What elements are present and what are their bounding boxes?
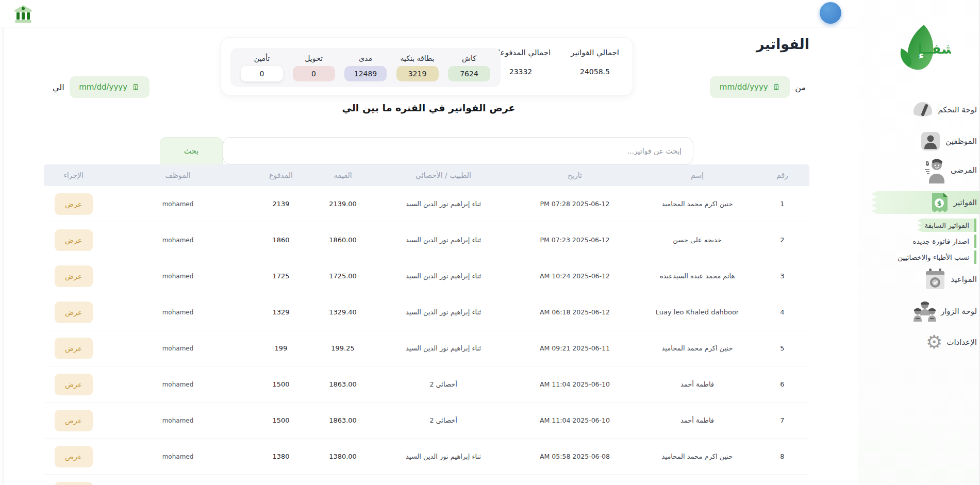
sidebar-item-label: الفواتير: [954, 198, 977, 207]
total-invoices: اجمالي الفواتير 24058.5: [564, 48, 625, 76]
sidebar: شفــا ء لوحة التحكم الموظفين المرضى: [858, 0, 980, 485]
payment-method-value: 3219: [396, 66, 439, 81]
cell-action: عرض: [44, 403, 103, 438]
gear-icon: ⚙: [926, 333, 942, 352]
payment-method-value: 0: [241, 66, 283, 81]
cell-name: حنين اكرم محمد المحاميد: [639, 439, 755, 474]
view-invoice-button[interactable]: عرض: [55, 446, 93, 467]
payment-method-2: مدى12489: [341, 54, 390, 81]
cell-doctor: ثناء إبراهيم نور الدين السيد: [376, 439, 510, 474]
sidebar-item-visitors[interactable]: لوحة الزوار: [913, 299, 977, 324]
cell-paid: 1860: [253, 222, 309, 258]
cell-name: Luay leo Khaled dahboor: [639, 294, 755, 330]
table-row: عرض: [44, 475, 809, 485]
cell-action: عرض: [44, 439, 103, 474]
cell-value: 1863.00: [309, 403, 376, 438]
search-input[interactable]: [223, 137, 693, 164]
cell-num: 6: [755, 366, 809, 402]
totals-group: اجمالي الفواتير 24058.5 اجمالي المدفوعات…: [490, 48, 625, 76]
sidebar-item-settings[interactable]: الإعدادات ⚙: [926, 330, 977, 355]
column-header: تاريخ: [510, 164, 639, 186]
cell-value: 1329.40: [309, 294, 376, 330]
cell-action: عرض: [44, 294, 103, 330]
sidebar-item-label: الموظفين: [945, 137, 977, 146]
cell-employee: mohamed: [103, 330, 253, 366]
cell-doctor: ثناء إبراهيم نور الدين السيد: [376, 258, 510, 294]
sidebar-item-patients[interactable]: المرضى: [922, 158, 977, 182]
cell-employee: mohamed: [103, 186, 253, 222]
payment-method-0: كاش7624: [445, 54, 493, 81]
view-invoice-button[interactable]: عرض: [55, 374, 93, 395]
cell-action: عرض: [44, 366, 103, 402]
view-invoice-button[interactable]: عرض: [55, 302, 93, 323]
payment-method-label: بطاقه بنكيه: [393, 54, 442, 62]
cell-doctor: ثناء إبراهيم نور الدين السيد: [376, 330, 510, 366]
employee-icon: [920, 130, 941, 152]
top-bar: [0, 0, 857, 27]
view-invoice-button[interactable]: عرض: [55, 410, 93, 431]
user-avatar[interactable]: [820, 2, 841, 24]
column-header: الموظف: [103, 164, 253, 186]
date-from-input[interactable]: mm/dd/yyyy 🗓: [710, 76, 790, 98]
search-button[interactable]: بحث: [160, 137, 223, 164]
cell-employee: [103, 475, 253, 485]
cell-num: 1: [755, 186, 809, 222]
payment-method-label: مدى: [341, 54, 390, 62]
date-from-value: mm/dd/yyyy: [720, 82, 768, 92]
cell-paid: 199: [253, 330, 309, 366]
cell-paid: 1329: [253, 294, 309, 330]
cell-doctor: أخصائي 2: [376, 403, 510, 438]
cell-value: 1380.00: [309, 439, 376, 474]
sidebar-subitem-previous-invoices[interactable]: الفواتير السابقة: [917, 219, 976, 232]
sidebar-item-label: الإعدادات: [946, 338, 977, 347]
table-row: 4Luay leo Khaled dahboorAM 06:18 2025-06…: [44, 294, 809, 330]
cell-doctor: ثناء إبراهيم نور الدين السيد: [376, 222, 510, 258]
cell-action: عرض: [44, 475, 103, 485]
sidebar-subitem-label: نسب الأطباء والاخصائيين: [898, 253, 969, 261]
sidebar-subitem-doctor-ratios[interactable]: نسب الأطباء والاخصائيين: [890, 250, 976, 264]
cell-num: 8: [755, 439, 809, 474]
sidebar-subitem-new-invoice[interactable]: اصدار فاتورة جديده: [906, 235, 976, 248]
cell-value: 2139.00: [309, 186, 376, 222]
view-invoice-button[interactable]: عرض: [55, 229, 93, 251]
calendar-icon[interactable]: 🗓: [132, 82, 140, 92]
view-invoice-button[interactable]: عرض: [55, 193, 93, 215]
payment-method-label: كاش: [445, 54, 493, 62]
svg-text:ء: ء: [919, 49, 924, 61]
cell-doctor: [376, 475, 510, 485]
period-subtitle: عرض الفواتير في الفتره ما بين الي: [0, 102, 857, 113]
cell-value: 199.25: [309, 330, 376, 366]
sidebar-item-invoices[interactable]: الفواتير $: [929, 190, 977, 215]
cell-value: 1725.00: [309, 258, 376, 294]
cell-date: PM 07:28 2025-06-12: [510, 186, 639, 222]
view-invoice-button[interactable]: عرض: [55, 482, 93, 485]
calendar-icon[interactable]: 🗓: [773, 82, 780, 92]
table-row: 2خديجه على حسنPM 07:23 2025-06-12ثناء إب…: [44, 222, 809, 258]
sidebar-item-label: المرضى: [951, 165, 977, 175]
total-invoices-label: اجمالي الفواتير: [564, 48, 625, 57]
cell-doctor: ثناء إبراهيم نور الدين السيد: [376, 186, 510, 222]
payment-method-value: 0: [293, 66, 335, 81]
cell-paid: 1380: [253, 439, 309, 474]
sidebar-item-appointments[interactable]: المواعيد: [924, 267, 977, 292]
view-invoice-button[interactable]: عرض: [55, 338, 93, 359]
table-body: 1حنين اكرم محمد المحاميدPM 07:28 2025-06…: [44, 186, 809, 485]
cell-employee: mohamed: [103, 222, 253, 258]
cell-name: فاطمة أحمد: [639, 366, 755, 402]
cell-paid: 1725: [253, 258, 309, 294]
cell-action: عرض: [44, 222, 103, 258]
view-invoice-button[interactable]: عرض: [55, 265, 93, 287]
date-to-input[interactable]: mm/dd/yyyy 🗓: [70, 76, 150, 98]
payment-method-label: تحويل: [290, 54, 338, 62]
cell-doctor: أخصائي 2: [376, 366, 510, 402]
cell-name: حنين اكرم محمد المحاميد: [639, 186, 755, 222]
payment-method-value: 7624: [448, 66, 490, 81]
invoices-table: رقمإسمتاريخالطبيب / الأخصائيالقيمهالمدفو…: [44, 164, 809, 485]
sidebar-item-label: المواعيد: [951, 275, 977, 284]
cell-action: عرض: [44, 258, 103, 294]
cell-paid: 2139: [253, 186, 309, 222]
sidebar-item-employees[interactable]: الموظفين: [920, 129, 977, 154]
sidebar-item-dashboard[interactable]: لوحة التحكم: [912, 97, 977, 122]
bank-icon[interactable]: [13, 4, 34, 24]
total-invoices-value: 24058.5: [564, 68, 625, 76]
